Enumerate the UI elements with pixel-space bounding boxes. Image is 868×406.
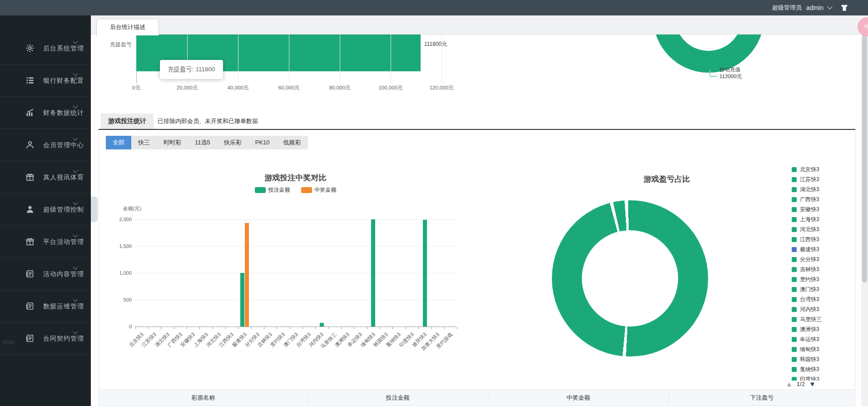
axis-tick xyxy=(341,327,342,329)
user-outline-icon xyxy=(25,140,35,149)
x-axis-label: 缅甸快3 xyxy=(323,331,377,384)
donut-legend-item[interactable]: 马里快三 xyxy=(792,316,822,323)
sidebar-footer-text: ssss xyxy=(2,338,15,346)
sidebar-item[interactable]: 会员管理中心 xyxy=(0,129,91,161)
bar-投注金额-迪拜快3[interactable] xyxy=(423,220,427,327)
donut-legend-item[interactable]: 分分快3 xyxy=(792,256,819,263)
donut-legend: 北京快3江苏快3湖北快3广西快3安徽快3上海快3河北快3江西快3极速快3分分快3… xyxy=(792,164,855,381)
donut-legend-item[interactable]: 江苏快3 xyxy=(792,176,819,183)
profit-share-donut-hole xyxy=(582,230,678,327)
donut-legend-item[interactable]: 台湾快3 xyxy=(792,296,819,303)
x-axis-label: 吉林快3 xyxy=(221,331,274,384)
legend-label: 缅甸快3 xyxy=(800,346,819,353)
sidebar-item[interactable]: 财务数据统计 xyxy=(0,97,91,129)
legend-swatch xyxy=(792,347,797,352)
username-dropdown[interactable]: admin xyxy=(806,4,823,11)
donut-legend-item[interactable]: 安徽快3 xyxy=(792,206,819,213)
legend-page-up-icon[interactable]: ▲ xyxy=(786,380,793,388)
deposit-chart-category-label: 充提盈亏 xyxy=(91,41,132,49)
axis-tick xyxy=(161,327,161,329)
sidebar-item[interactable]: 超级管理控制 xyxy=(0,193,91,226)
legend-label-bet: 投注金额 xyxy=(268,186,290,194)
filter-tab-全部[interactable]: 全部 xyxy=(106,136,131,149)
legend-label: 澳门快3 xyxy=(800,286,819,293)
bar-投注金额-极速快3[interactable] xyxy=(240,273,244,327)
game-filter-tabs: 全部快三时时彩11选5快乐彩PK10低频彩 xyxy=(106,136,308,149)
legend-item-bet[interactable]: 投注金额 xyxy=(255,186,290,194)
donut-legend-item[interactable]: 澳洲快3 xyxy=(792,326,819,333)
bar-投注金额-缅甸快3[interactable] xyxy=(371,219,375,327)
y-axis-title: 金额(元) xyxy=(107,205,141,212)
donut-legend-item[interactable]: 缅甸快3 xyxy=(792,346,819,353)
deposit-profit-chart: 充提盈亏 111800元 充提盈亏: 111800 自动充值 112000元 0… xyxy=(91,35,861,94)
sidebar-item-label: 会员管理中心 xyxy=(43,141,84,149)
scrollbar-thumb[interactable] xyxy=(862,19,867,282)
legend-swatch xyxy=(792,327,797,332)
page-scrollbar[interactable] xyxy=(861,15,868,406)
sidebar-item[interactable]: 真人视讯体育 xyxy=(0,161,91,193)
donut-legend-item[interactable]: 广西快3 xyxy=(792,196,819,203)
donut-callout-line xyxy=(709,70,710,76)
legend-swatch xyxy=(792,287,797,292)
donut-legend-item[interactable]: 上海快3 xyxy=(792,216,819,223)
list-icon xyxy=(25,76,35,85)
legend-label: 戛纳快3 xyxy=(800,366,819,373)
donut-legend-item[interactable]: 幸运快3 xyxy=(792,336,819,343)
axis-tick xyxy=(174,327,174,329)
donut-legend-item[interactable]: 极速快3 xyxy=(792,246,819,253)
bar-中奖金额-极速快3[interactable] xyxy=(245,223,249,327)
legend-label: 北京快3 xyxy=(800,166,819,173)
axis-tick xyxy=(392,327,393,329)
filter-tab-PK10[interactable]: PK10 xyxy=(248,136,277,149)
donut-legend-item[interactable]: 河内快3 xyxy=(792,306,819,313)
sidebar-item[interactable]: 平台活动管理 xyxy=(0,226,91,258)
filter-tab-快三[interactable]: 快三 xyxy=(131,136,157,149)
legend-swatch xyxy=(792,237,797,242)
filter-tab-低频彩[interactable]: 低频彩 xyxy=(277,136,308,149)
donut-legend-item[interactable]: 江西快3 xyxy=(792,236,819,243)
filter-tab-时时彩[interactable]: 时时彩 xyxy=(157,136,188,149)
legend-label: 里约快3 xyxy=(800,276,819,283)
legend-label: 韩国快3 xyxy=(800,356,819,363)
sidebar-item-label: 合同契约管理 xyxy=(43,335,84,343)
chevron-down-icon[interactable] xyxy=(827,4,832,9)
gridline xyxy=(135,300,456,300)
screen: 超级管理员 admin 后台系统管理银行财务配置财务数据统计会员管理中心真人视讯… xyxy=(0,0,868,406)
sidebar-item[interactable]: 活动内容管理 xyxy=(0,258,91,290)
donut-legend-item[interactable]: 戛纳快3 xyxy=(792,366,819,373)
sidebar-item-label: 数据运维管理 xyxy=(43,302,84,311)
x-axis-label: 江西快3 xyxy=(182,331,235,384)
bar-投注金额-河内快3[interactable] xyxy=(320,323,324,327)
theme-tshirt-icon[interactable] xyxy=(840,4,849,12)
gridline xyxy=(340,35,340,84)
axis-tick xyxy=(199,327,200,329)
chevron-down-icon xyxy=(73,39,78,44)
legend-label: 湖北快3 xyxy=(800,186,819,193)
sidebar-item[interactable]: 后台系统管理 xyxy=(0,32,91,64)
axis-tick xyxy=(431,327,432,329)
game-bet-panel: 全部快三时时彩11选5快乐彩PK10低频彩 游戏投注中奖对比 投注金额 中奖金额… xyxy=(99,130,855,406)
axis-tick xyxy=(148,327,149,329)
donut-legend-item[interactable]: 吉林快3 xyxy=(792,266,819,273)
filter-tab-11选5[interactable]: 11选5 xyxy=(188,136,217,149)
axis-tick xyxy=(406,327,406,329)
donut-legend-item[interactable]: 河北快3 xyxy=(792,226,819,233)
page-tab[interactable]: 后台统计描述 xyxy=(96,19,159,35)
donut-callout-value: 112000元 xyxy=(719,73,742,80)
x-axis-label: 戛纳快3 xyxy=(349,331,402,384)
donut-legend-item[interactable]: 澳门快3 xyxy=(792,286,819,293)
x-tick-label: 80,000元 xyxy=(319,84,360,91)
legend-page-down-icon[interactable]: ▼ xyxy=(809,380,816,388)
legend-item-win[interactable]: 中奖金额 xyxy=(301,186,337,194)
donut-legend-item[interactable]: 里约快3 xyxy=(792,276,819,283)
sidebar-collapse-handle[interactable] xyxy=(91,197,98,222)
chevron-down-icon xyxy=(73,168,78,173)
sidebar-item[interactable]: 数据运维管理 xyxy=(0,290,91,322)
sidebar-item[interactable]: 银行财务配置 xyxy=(0,64,91,97)
donut-legend-item[interactable]: 湖北快3 xyxy=(792,186,819,193)
legend-swatch xyxy=(792,167,797,172)
donut-legend-item[interactable]: 北京快3 xyxy=(792,166,819,173)
legend-label: 河内快3 xyxy=(800,306,819,313)
filter-tab-快乐彩[interactable]: 快乐彩 xyxy=(217,136,248,149)
donut-legend-item[interactable]: 韩国快3 xyxy=(792,356,819,363)
